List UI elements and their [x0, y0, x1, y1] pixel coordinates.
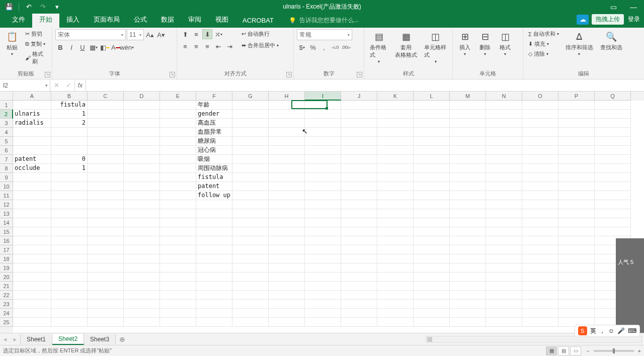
cell-I15[interactable]: [305, 227, 341, 236]
alignment-dialog-launcher[interactable]: ↘: [286, 72, 292, 77]
cell-A14[interactable]: [13, 218, 51, 227]
cell-K5[interactable]: [377, 137, 414, 146]
cell-C1[interactable]: [88, 101, 124, 110]
cell-H4[interactable]: [269, 128, 305, 137]
cell-H8[interactable]: [269, 164, 305, 173]
fill-color-button[interactable]: ◧: [100, 42, 110, 52]
cell-E8[interactable]: [160, 164, 196, 173]
cell-L16[interactable]: [414, 236, 450, 245]
cell-A16[interactable]: [13, 236, 51, 245]
cell-J1[interactable]: [341, 101, 377, 110]
cell-P12[interactable]: [558, 200, 595, 209]
cell-N15[interactable]: [486, 227, 522, 236]
row-header-12[interactable]: 12: [0, 200, 13, 209]
cell-F22[interactable]: [196, 291, 232, 300]
cell-J8[interactable]: [341, 164, 377, 173]
cell-K8[interactable]: [377, 164, 414, 173]
cell-I3[interactable]: [305, 119, 341, 128]
sheet-tab-2[interactable]: Sheet2: [52, 334, 84, 345]
align-middle-icon[interactable]: ≡: [191, 29, 201, 39]
cell-M1[interactable]: [450, 101, 486, 110]
cell-C16[interactable]: [88, 236, 124, 245]
cell-L14[interactable]: [414, 218, 450, 227]
cell-A15[interactable]: [13, 227, 51, 236]
cell-P14[interactable]: [558, 218, 595, 227]
row-header-14[interactable]: 14: [0, 218, 13, 227]
cell-F24[interactable]: [196, 309, 232, 318]
row-header-2[interactable]: 2: [0, 110, 13, 119]
cell-L17[interactable]: [414, 245, 450, 254]
cell-O9[interactable]: [522, 173, 558, 182]
cell-G21[interactable]: [232, 282, 269, 291]
sheet-nav-next[interactable]: ►: [10, 336, 20, 342]
cell-C19[interactable]: [88, 263, 124, 273]
cell-B19[interactable]: [51, 263, 88, 273]
font-name-select[interactable]: 宋体▾: [55, 29, 126, 40]
cell-L3[interactable]: [414, 119, 450, 128]
cell-B16[interactable]: [51, 236, 88, 245]
underline-button[interactable]: U: [77, 42, 88, 52]
spreadsheet-grid[interactable]: ABCDEFGHIJKLMNOPQ 1234567891011121314151…: [0, 92, 644, 333]
cell-I23[interactable]: [305, 300, 341, 309]
cell-J12[interactable]: [341, 200, 377, 209]
col-header-Q[interactable]: Q: [595, 92, 631, 101]
cell-Q3[interactable]: [595, 119, 631, 128]
cell-G24[interactable]: [232, 309, 269, 318]
cell-I12[interactable]: [305, 200, 341, 209]
cell-B22[interactable]: [51, 291, 88, 300]
side-panel[interactable]: 人气 5: [616, 238, 644, 333]
row-header-9[interactable]: 9: [0, 173, 13, 182]
cell-E19[interactable]: [160, 263, 196, 273]
cell-A9[interactable]: [13, 173, 51, 182]
cell-F9[interactable]: fistula: [196, 173, 232, 182]
insert-cells-button[interactable]: ⊞插入▾: [456, 29, 474, 57]
cell-M4[interactable]: [450, 128, 486, 137]
border-button[interactable]: ▦▾: [89, 42, 99, 52]
orientation-icon[interactable]: ⤭▾: [213, 29, 223, 39]
tab-review[interactable]: 审阅: [181, 12, 208, 28]
cell-J16[interactable]: [341, 236, 377, 245]
cell-E18[interactable]: [160, 254, 196, 263]
cell-F1[interactable]: 年龄: [196, 101, 232, 110]
cell-F6[interactable]: 冠心病: [196, 146, 232, 155]
cell-A20[interactable]: [13, 273, 51, 282]
cell-C3[interactable]: [88, 119, 124, 128]
row-header-18[interactable]: 18: [0, 254, 13, 263]
cell-H25[interactable]: [269, 318, 305, 327]
col-header-L[interactable]: L: [414, 92, 450, 101]
cell-K16[interactable]: [377, 236, 414, 245]
cell-A7[interactable]: patent: [13, 155, 51, 164]
tab-formula[interactable]: 公式: [127, 12, 154, 28]
cell-G22[interactable]: [232, 291, 269, 300]
cell-H14[interactable]: [269, 218, 305, 227]
ime-emoji-icon[interactable]: ☺: [608, 327, 614, 334]
cell-Q15[interactable]: [595, 227, 631, 236]
cell-P7[interactable]: [558, 155, 595, 164]
col-header-J[interactable]: J: [341, 92, 377, 101]
cell-Q9[interactable]: [595, 173, 631, 182]
cell-K6[interactable]: [377, 146, 414, 155]
cell-I19[interactable]: [305, 263, 341, 273]
cell-F17[interactable]: [196, 245, 232, 254]
cell-H9[interactable]: [269, 173, 305, 182]
cell-I11[interactable]: [305, 191, 341, 200]
cell-N24[interactable]: [486, 309, 522, 318]
row-header-7[interactable]: 7: [0, 155, 13, 164]
cell-N21[interactable]: [486, 282, 522, 291]
cell-N23[interactable]: [486, 300, 522, 309]
sheet-nav-prev[interactable]: ◄: [0, 336, 10, 342]
cell-J17[interactable]: [341, 245, 377, 254]
cell-H11[interactable]: [269, 191, 305, 200]
cell-F14[interactable]: [196, 218, 232, 227]
cell-C21[interactable]: [88, 282, 124, 291]
cell-Q2[interactable]: [595, 110, 631, 119]
tell-me-search[interactable]: 💡 告诉我您想要做什么...: [289, 16, 359, 28]
cell-C9[interactable]: [88, 173, 124, 182]
cell-Q1[interactable]: [595, 101, 631, 110]
formula-input[interactable]: [86, 79, 644, 91]
cell-O21[interactable]: [522, 282, 558, 291]
sheet-tab-1[interactable]: Sheet1: [20, 334, 52, 344]
cell-G23[interactable]: [232, 300, 269, 309]
cell-N25[interactable]: [486, 318, 522, 327]
cell-F13[interactable]: [196, 209, 232, 218]
